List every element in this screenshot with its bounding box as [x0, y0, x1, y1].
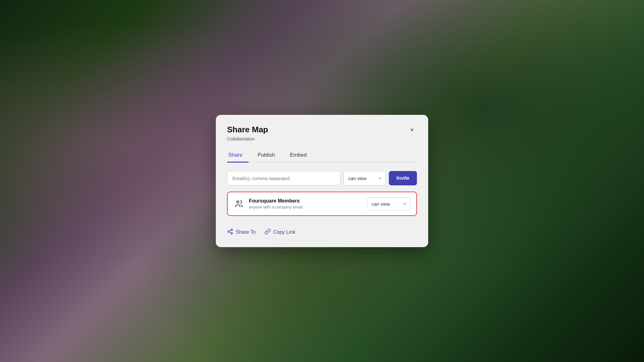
share-to-button[interactable]: Share To: [227, 228, 256, 236]
share-to-icon: [227, 228, 233, 236]
member-row-foursquare: Foursquare Members anyone with a company…: [227, 192, 417, 216]
svg-point-3: [231, 232, 233, 234]
svg-point-0: [237, 201, 239, 203]
svg-line-5: [229, 230, 231, 231]
svg-point-2: [228, 231, 230, 232]
modal-title: Share Map: [227, 125, 268, 135]
member-info: Foursquare Members anyone with a company…: [249, 198, 363, 209]
people-icon: [233, 198, 245, 209]
tab-share[interactable]: Share: [227, 149, 249, 162]
member-name: Foursquare Members: [249, 198, 363, 204]
copy-link-icon: [265, 228, 271, 236]
share-map-modal: Share Map × Collaboration Share Publish …: [216, 115, 428, 247]
tab-bar: Share Publish Embed: [227, 149, 417, 162]
modal-backdrop: Share Map × Collaboration Share Publish …: [0, 0, 644, 362]
permission-select-invite[interactable]: can view can edit can manage: [344, 171, 386, 185]
member-description: anyone with a company email: [249, 205, 363, 209]
svg-line-4: [229, 232, 231, 233]
copy-link-label: Copy Link: [273, 229, 295, 235]
svg-point-1: [231, 229, 233, 231]
tab-embed[interactable]: Embed: [289, 149, 313, 162]
invite-row: can view can edit can manage Invite: [227, 171, 417, 185]
close-button[interactable]: ×: [407, 125, 417, 135]
modal-subtitle: Collaboration: [227, 136, 417, 141]
email-input[interactable]: [227, 171, 340, 185]
invite-button[interactable]: Invite: [389, 171, 417, 185]
tab-publish[interactable]: Publish: [256, 149, 281, 162]
modal-header: Share Map ×: [227, 125, 417, 135]
footer: Share To Copy Link: [227, 228, 417, 236]
share-to-label: Share To: [236, 229, 256, 235]
copy-link-button[interactable]: Copy Link: [265, 228, 295, 236]
member-permission-select[interactable]: can view can edit can manage: [367, 197, 411, 210]
